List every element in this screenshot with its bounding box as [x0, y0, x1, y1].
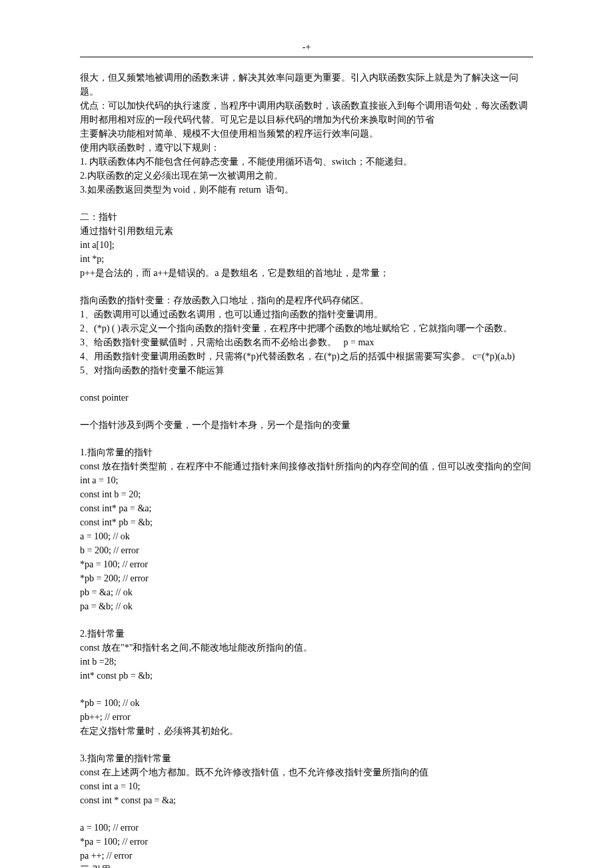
subsection-heading: 2.指针常量: [80, 627, 533, 641]
code-line: *pa = 100; // error: [80, 835, 533, 849]
section-heading: 三:引用: [80, 863, 533, 868]
code-line: int* const pb = &b;: [80, 669, 533, 683]
code-line: *pa = 100; // error: [80, 557, 533, 571]
code-line: int a = 10;: [80, 473, 533, 487]
code-line: int b =28;: [80, 655, 533, 669]
code-line: int a[10];: [80, 238, 533, 252]
code-line: pb++; // error: [80, 710, 533, 724]
code-line: const int b = 20;: [80, 487, 533, 501]
list-item: 3.如果函数返回类型为 void，则不能有 return 语句。: [80, 183, 533, 197]
section-heading: 二：指针: [80, 210, 533, 224]
code-line: int *p;: [80, 252, 533, 266]
list-item: 2.内联函数的定义必须出现在第一次被调用之前。: [80, 169, 533, 183]
list-item: 1. 内联函数体内不能包含任何静态变量，不能使用循环语句、switch；不能递归…: [80, 155, 533, 169]
list-item: 1、函数调用可以通过函数名调用，也可以通过指向函数的指针变量调用。: [80, 307, 533, 321]
code-line: b = 200; // error: [80, 543, 533, 557]
subsection-heading: 3.指向常量的指针常量: [80, 751, 533, 765]
document-page: -+ 很大，但又频繁地被调用的函数来讲，解决其效率问题更为重要。引入内联函数实际…: [0, 0, 613, 868]
body-text: 主要解决功能相对简单、规模不大但使用相当频繁的程序运行效率问题。: [80, 127, 533, 141]
list-item: 5、对指向函数的指针变量不能运算: [80, 363, 533, 377]
code-line: const int a = 10;: [80, 779, 533, 793]
code-line: const int* pb = &b;: [80, 515, 533, 529]
subsection-heading: 1.指向常量的指针: [80, 445, 533, 459]
code-line: *pb = 100; // ok: [80, 696, 533, 710]
list-item: 2、(*p) ( )表示定义一个指向函数的指针变量，在程序中把哪个函数的地址赋给…: [80, 321, 533, 335]
code-line: a = 100; // error: [80, 821, 533, 835]
body-text: const 放在指针类型前，在程序中不能通过指针来间接修改指针所指向的内存空间的…: [80, 459, 533, 473]
body-text: 在定义指针常量时，必须将其初始化。: [80, 724, 533, 738]
section-heading: const pointer: [80, 391, 533, 405]
body-text: 通过指针引用数组元素: [80, 224, 533, 238]
body-text: 使用内联函数时，遵守以下规则：: [80, 141, 533, 155]
body-text: const 放在"*"和指针名之间,不能改地址能改所指向的值。: [80, 641, 533, 655]
list-item: 3、给函数指针变量赋值时，只需给出函数名而不必给出参数。 p = max: [80, 335, 533, 349]
body-text: p++是合法的，而 a++是错误的。a 是数组名，它是数组的首地址，是常量；: [80, 266, 533, 280]
code-line: pa = &b; // ok: [80, 599, 533, 613]
page-header: -+: [80, 40, 533, 57]
body-text: 指向函数的指针变量：存放函数入口地址，指向的是程序代码存储区。: [80, 293, 533, 307]
body-text: const 在上述两个地方都加。既不允许修改指针值，也不允许修改指针变量所指向的…: [80, 765, 533, 779]
code-line: pb = &a; // ok: [80, 585, 533, 599]
code-line: const int* pa = &a;: [80, 501, 533, 515]
code-line: pa ++; // error: [80, 849, 533, 863]
body-text: 优点：可以加快代码的执行速度，当程序中调用内联函数时，该函数直接嵌入到每个调用语…: [80, 99, 533, 127]
body-text: 一个指针涉及到两个变量，一个是指针本身，另一个是指向的变量: [80, 418, 533, 432]
code-line: a = 100; // ok: [80, 529, 533, 543]
body-text: 很大，但又频繁地被调用的函数来讲，解决其效率问题更为重要。引入内联函数实际上就是…: [80, 71, 533, 99]
list-item: 4、用函数指针变量调用函数时，只需将(*p)代替函数名，在(*p)之后的括弧中根…: [80, 349, 533, 363]
code-line: const int * const pa = &a;: [80, 793, 533, 807]
code-line: *pb = 200; // error: [80, 571, 533, 585]
